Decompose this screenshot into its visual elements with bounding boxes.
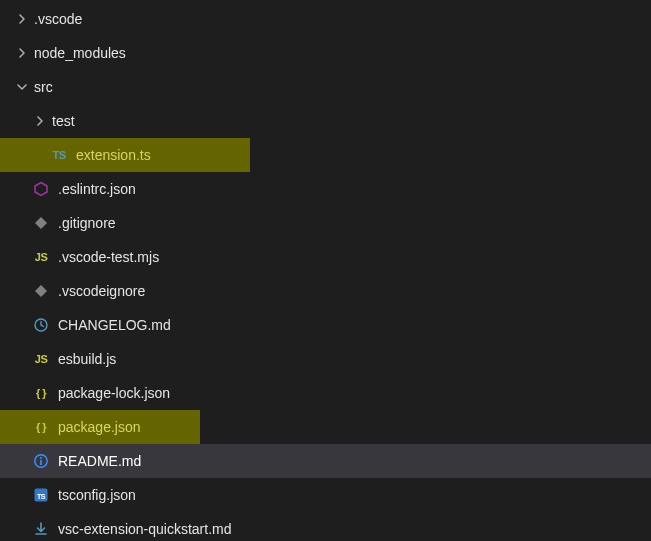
svg-marker-1 xyxy=(35,217,47,229)
svg-text:TS: TS xyxy=(37,493,46,500)
file-label: package.json xyxy=(58,410,141,444)
js-icon: JS xyxy=(30,246,52,268)
info-icon xyxy=(30,450,52,472)
svg-marker-0 xyxy=(35,183,47,196)
chevron-spacer xyxy=(14,215,30,231)
svg-marker-2 xyxy=(35,285,47,297)
file-label: .gitignore xyxy=(58,206,116,240)
tree-row-folder-nodemodules[interactable]: node_modules xyxy=(0,36,651,70)
tree-row-file-packagelockjson[interactable]: { }package-lock.json xyxy=(0,376,651,410)
file-label: .vscode-test.mjs xyxy=(58,240,159,274)
tree-row-file-eslintrcjson[interactable]: .eslintrc.json xyxy=(0,172,651,206)
changelog-icon xyxy=(30,314,52,336)
folder-label: src xyxy=(34,70,53,104)
svg-rect-6 xyxy=(40,460,42,465)
folder-label: .vscode xyxy=(34,2,82,36)
file-label: tsconfig.json xyxy=(58,478,136,512)
file-label: README.md xyxy=(58,444,141,478)
tsconfig-icon: TS xyxy=(30,484,52,506)
folder-label: test xyxy=(52,104,75,138)
download-icon xyxy=(30,518,52,540)
tree-row-file-CHANGELOGmd[interactable]: CHANGELOG.md xyxy=(0,308,651,342)
git-icon xyxy=(30,212,52,234)
explorer-file-tree: .vscodenode_modulessrctestTSextension.ts… xyxy=(0,0,651,541)
file-label: package-lock.json xyxy=(58,376,170,410)
ts-icon: TS xyxy=(48,144,70,166)
chevron-spacer xyxy=(14,487,30,503)
file-label: CHANGELOG.md xyxy=(58,308,171,342)
chevron-spacer xyxy=(14,249,30,265)
file-label: extension.ts xyxy=(76,138,151,172)
tree-row-folder-test[interactable]: test xyxy=(0,104,651,138)
tree-row-file-tsconfigjson[interactable]: TStsconfig.json xyxy=(0,478,651,512)
chevron-right-icon[interactable] xyxy=(14,11,30,27)
tree-row-file-vscodetestmjs[interactable]: JS.vscode-test.mjs xyxy=(0,240,651,274)
file-label: .eslintrc.json xyxy=(58,172,136,206)
folder-label: node_modules xyxy=(34,36,126,70)
svg-point-5 xyxy=(40,457,42,459)
chevron-spacer xyxy=(14,385,30,401)
eslint-icon xyxy=(30,178,52,200)
chevron-spacer xyxy=(14,351,30,367)
git-icon xyxy=(30,280,52,302)
tree-row-file-vscodeignore[interactable]: .vscodeignore xyxy=(0,274,651,308)
chevron-spacer xyxy=(14,521,30,537)
chevron-spacer xyxy=(14,453,30,469)
chevron-right-icon[interactable] xyxy=(14,45,30,61)
chevron-spacer xyxy=(32,147,48,163)
brace-icon: { } xyxy=(30,416,52,438)
tree-row-file-gitignore[interactable]: .gitignore xyxy=(0,206,651,240)
tree-row-file-packagejson[interactable]: { }package.json xyxy=(0,410,651,444)
file-label: esbuild.js xyxy=(58,342,116,376)
chevron-down-icon[interactable] xyxy=(14,79,30,95)
tree-row-folder-src[interactable]: src xyxy=(0,70,651,104)
tree-row-file-READMEmd[interactable]: README.md xyxy=(0,444,651,478)
tree-row-file-extensionts[interactable]: TSextension.ts xyxy=(0,138,651,172)
tree-row-file-esbuildjs[interactable]: JSesbuild.js xyxy=(0,342,651,376)
file-label: vsc-extension-quickstart.md xyxy=(58,512,232,541)
tree-row-folder-vscode[interactable]: .vscode xyxy=(0,2,651,36)
tree-row-file-vscextensionquickstartmd[interactable]: vsc-extension-quickstart.md xyxy=(0,512,651,541)
chevron-right-icon[interactable] xyxy=(32,113,48,129)
chevron-spacer xyxy=(14,419,30,435)
brace-icon: { } xyxy=(30,382,52,404)
js-icon: JS xyxy=(30,348,52,370)
chevron-spacer xyxy=(14,181,30,197)
chevron-spacer xyxy=(14,283,30,299)
file-label: .vscodeignore xyxy=(58,274,145,308)
chevron-spacer xyxy=(14,317,30,333)
